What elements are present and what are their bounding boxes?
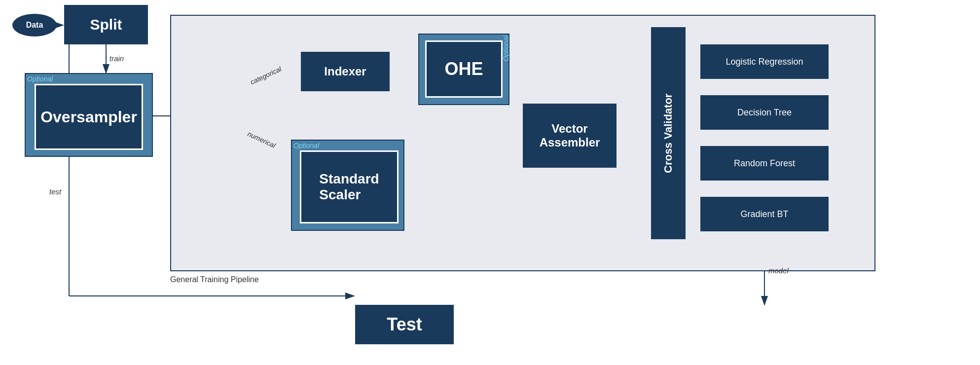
logistic-regression-node: Logistic Regression xyxy=(700,44,829,79)
data-label: Data xyxy=(26,21,43,30)
cross-validator-node: Cross Validator xyxy=(651,27,686,239)
test-label: test xyxy=(49,187,61,196)
diagram-container: Data Split test train Optional Oversampl… xyxy=(0,0,980,365)
ohe-inner: OHE xyxy=(425,40,503,98)
oversampler-optional-label: Optional xyxy=(27,75,53,83)
scaler-optional-label: Optional xyxy=(293,142,319,149)
scaler-inner: Standard Scaler xyxy=(300,150,399,223)
oversampler-inner: Oversampler xyxy=(35,84,143,150)
pipeline-label: General Training Pipeline xyxy=(170,275,259,284)
split-node: Split xyxy=(64,5,148,44)
indexer-node: Indexer xyxy=(301,52,390,91)
decision-tree-node: Decision Tree xyxy=(700,95,829,130)
split-label: Split xyxy=(90,16,122,33)
train-label: train xyxy=(109,54,124,63)
test-node: Test xyxy=(355,305,454,344)
ohe-optional-label: Optional xyxy=(502,36,510,61)
vector-assembler-node: Vector Assembler xyxy=(523,104,617,168)
data-node: Data xyxy=(12,14,57,36)
random-forest-node: Random Forest xyxy=(700,146,829,181)
gradient-bt-node: Gradient BT xyxy=(700,197,829,231)
model-label: model xyxy=(768,266,789,275)
